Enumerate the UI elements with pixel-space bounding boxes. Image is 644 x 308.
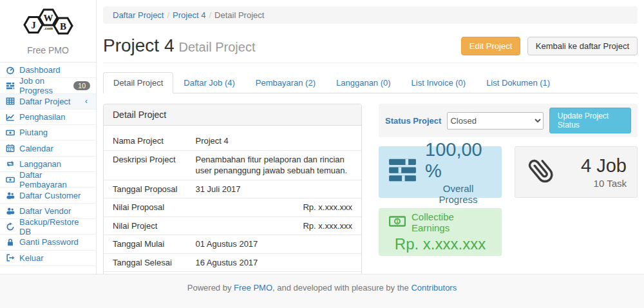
footer: Powered by Free PMO, and developed with … — [0, 274, 644, 308]
summary-boxes: 100,00 % Overall Progress 4 Job 10 Task — [379, 146, 638, 256]
job-text: 4 Job 10 Task — [581, 155, 627, 189]
progress-text: 100,00 % Overall Progress — [425, 139, 491, 205]
sidebar-item-label: Job on Progress — [19, 76, 69, 95]
task-count: 10 Task — [581, 178, 627, 189]
sidebar-item-daftar-customer[interactable]: Daftar Customer — [0, 188, 96, 203]
sidebar-item-piutang[interactable]: Piutang — [0, 125, 96, 140]
sidebar-item-label: Ganti Password — [19, 237, 79, 247]
sidebar-item-penghasilan[interactable]: Penghasilan — [0, 110, 96, 125]
sidebar-item-daftar-project[interactable]: Daftar Project ‹ — [0, 94, 96, 110]
svg-text:W: W — [43, 13, 53, 23]
update-project-status-button[interactable]: Update Project Status — [549, 108, 631, 133]
money-icon: 1 — [389, 216, 406, 229]
breadcrumb-separator: / — [164, 10, 173, 20]
row-value: 01 Agustus 2017 — [186, 235, 361, 254]
sidebar-item-daftar-pembayaran[interactable]: Daftar Pembayaran — [0, 172, 96, 188]
sidebar-item-label: Penghasilan — [19, 112, 66, 122]
table-row: Nilai Proposal Rp. x.xxx.xxx — [104, 198, 361, 217]
table-row: Tanggal Mulai 01 Agustus 2017 — [104, 235, 361, 254]
row-value: 16 Agustus 2017 — [186, 253, 361, 272]
sidebar-menu: Dashboard Job on Progress 10 Daftar Proj… — [0, 63, 96, 266]
collectible-earnings-box: 1 Collectibe Earnings Rp. x.xxx.xxx — [379, 208, 502, 256]
status-project-select[interactable]: Closed — [447, 112, 543, 130]
overall-progress-box: 100,00 % Overall Progress — [379, 146, 502, 198]
header-actions: Edit Project Kembali ke daftar Project — [461, 37, 638, 55]
row-value: Rp. x.xxx.xxx — [186, 198, 361, 217]
row-label: Tanggal Mulai — [104, 235, 186, 254]
tab-list-dokumen[interactable]: List Dokumen (1) — [476, 72, 560, 93]
page-title-group: Project 4Detail Project — [103, 35, 255, 56]
edit-project-button[interactable]: Edit Project — [461, 37, 520, 55]
row-label: Nilai Project — [104, 217, 186, 235]
brand-name: Free PMO — [0, 45, 96, 55]
table-row: Nilai Project Rp. x.xxx.xxx — [104, 217, 361, 235]
contributors-link[interactable]: Contributors — [411, 283, 457, 293]
row-value: Rp. x.xxx.xxx — [186, 217, 361, 235]
content-row: J W B .com Free PMO Dashboard Job on Pro… — [0, 0, 644, 274]
svg-text:J: J — [31, 20, 36, 30]
table-row: Deskripsi Project Penambahan fitur pelap… — [104, 150, 361, 180]
footer-text: Powered by — [187, 283, 234, 293]
tasks-icon — [389, 158, 416, 186]
sidebar-item-label: Daftar Customer — [19, 191, 80, 200]
sidebar-item-label: Daftar Project — [19, 97, 70, 106]
users-icon — [6, 191, 15, 200]
earnings-value: Rp. x.xxx.xxx — [395, 235, 486, 253]
svg-text:B: B — [59, 21, 66, 32]
sidebar-item-label: Daftar Vendor — [19, 206, 71, 216]
tab-langganan[interactable]: Langganan (0) — [326, 72, 401, 93]
sidebar-item-ganti-password[interactable]: Ganti Password — [0, 235, 96, 250]
sidebar-item-backup-restore-db[interactable]: Backup/Restore DB — [0, 219, 96, 235]
chevron-left-icon: ‹ — [85, 97, 90, 106]
logo-block: J W B .com Free PMO — [0, 0, 96, 63]
sidebar-item-label: Daftar Pembayaran — [19, 170, 90, 189]
sidebar-item-calendar[interactable]: Calendar — [0, 140, 96, 156]
sidebar-item-keluar[interactable]: Keluar — [0, 251, 96, 266]
tab-list-invoice[interactable]: List Invoice (0) — [401, 72, 477, 93]
free-pmo-link[interactable]: Free PMO — [234, 283, 272, 293]
lock-icon — [6, 238, 15, 247]
job-count: 4 Job — [581, 155, 627, 177]
breadcrumb-daftar-project[interactable]: Daftar Project — [113, 10, 164, 20]
main-content: Daftar Project/Project 4/Detail Project … — [97, 0, 644, 274]
sidebar-item-label: Langganan — [19, 159, 61, 169]
sidebar: J W B .com Free PMO Dashboard Job on Pro… — [0, 0, 97, 274]
breadcrumb-current: Detail Project — [214, 10, 264, 20]
progress-value: 100,00 % — [425, 139, 491, 182]
row-label: Deskripsi Project — [104, 150, 186, 180]
tasks-icon — [6, 81, 15, 90]
tab-pembayaran[interactable]: Pembayaran (2) — [245, 72, 326, 93]
svg-text:.com: .com — [43, 26, 52, 31]
sidebar-item-label: Piutang — [19, 128, 48, 137]
free-pmo-app: J W B .com Free PMO Dashboard Job on Pro… — [0, 0, 644, 308]
tab-daftar-job[interactable]: Daftar Job (4) — [173, 72, 245, 93]
progress-caption: Overall Progress — [425, 183, 491, 205]
page-subtitle: Detail Project — [179, 40, 256, 54]
sidebar-item-label: Backup/Restore DB — [19, 217, 90, 236]
row-label: Nama Project — [104, 132, 186, 150]
page-header: Project 4Detail Project Edit Project Kem… — [103, 32, 638, 63]
table-row: Tanggal Proposal 31 Juli 2017 — [104, 180, 361, 198]
row-label: Tanggal Proposal — [104, 180, 186, 198]
jwb-logo: J W B .com — [19, 31, 78, 42]
svg-text:1: 1 — [396, 219, 399, 224]
job-summary-box: 4 Job 10 Task — [515, 146, 638, 198]
dashboard-icon — [6, 66, 15, 75]
row-label: Tanggal Selesai — [104, 253, 186, 272]
line-chart-icon — [6, 113, 15, 122]
sidebar-item-label: Dashboard — [19, 65, 61, 75]
table-row: Nama Project Project 4 — [104, 132, 361, 150]
earnings-title: Collectibe Earnings — [412, 211, 491, 233]
back-to-project-list-button[interactable]: Kembali ke daftar Project — [527, 37, 638, 55]
sidebar-item-label: Calendar — [19, 144, 53, 153]
status-project-label: Status Project — [385, 116, 441, 126]
sidebar-item-job-on-progress[interactable]: Job on Progress 10 — [0, 78, 96, 93]
money-icon — [6, 128, 15, 137]
refresh-icon — [6, 222, 15, 231]
earnings-title-row: 1 Collectibe Earnings — [389, 211, 491, 233]
breadcrumb-separator: / — [205, 10, 214, 20]
breadcrumb-project-4[interactable]: Project 4 — [173, 10, 205, 20]
tab-detail-project[interactable]: Detail Project — [103, 72, 173, 93]
row-value: Penambahan fitur pelaporan dan rincian u… — [186, 150, 361, 180]
sidebar-item-label: Keluar — [19, 253, 44, 263]
